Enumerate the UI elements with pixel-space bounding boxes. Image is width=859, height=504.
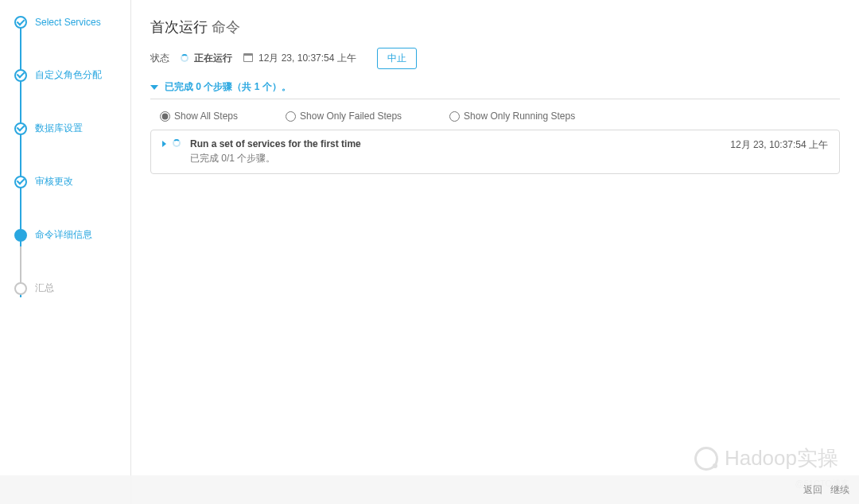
task-timestamp: 12月 23, 10:37:54 上午	[730, 138, 828, 152]
wizard-sidebar: Select Services 自定义角色分配 数据库设置 审核更改 命令详细信…	[0, 0, 131, 504]
filter-label: Show Only Running Steps	[464, 110, 575, 122]
sidebar-item-label: 数据库设置	[35, 122, 83, 135]
filter-running[interactable]: Show Only Running Steps	[449, 110, 575, 122]
pending-step-icon	[14, 282, 27, 295]
step-filter: Show All Steps Show Only Failed Steps Sh…	[150, 107, 840, 130]
task-title: Run a set of services for the first time	[190, 138, 361, 149]
sidebar-item-label: 汇总	[35, 281, 54, 295]
check-icon	[14, 122, 27, 135]
filter-label: Show All Steps	[174, 110, 238, 122]
sidebar-item-review[interactable]: 审核更改	[14, 175, 130, 188]
page-title: 首次运行 命令	[150, 17, 840, 37]
sidebar-item-label: Select Services	[35, 17, 101, 28]
title-subtext: 命令	[212, 19, 240, 35]
task-subtitle: 已完成 0/1 个步骤。	[190, 152, 361, 165]
continue-button[interactable]: 继续	[830, 483, 849, 497]
timestamp: 12月 23, 10:37:54 上午	[243, 52, 356, 65]
section-summary: 已完成 0 个步骤（共 1 个）。	[165, 80, 291, 94]
section-toggle[interactable]: 已完成 0 个步骤（共 1 个）。	[150, 80, 840, 99]
check-icon	[14, 16, 27, 29]
sidebar-item-label: 审核更改	[35, 175, 73, 188]
calendar-icon	[243, 53, 253, 62]
radio-all[interactable]	[160, 111, 170, 122]
abort-button[interactable]: 中止	[377, 48, 417, 69]
radio-failed[interactable]	[286, 111, 296, 122]
filter-failed[interactable]: Show Only Failed Steps	[286, 110, 402, 122]
check-icon	[14, 69, 27, 82]
back-button[interactable]: 返回	[803, 483, 822, 497]
sidebar-item-summary: 汇总	[14, 281, 130, 295]
sidebar-item-label: 命令详细信息	[35, 228, 92, 242]
sidebar-item-select-services[interactable]: Select Services	[14, 16, 130, 29]
timestamp-text: 12月 23, 10:37:54 上午	[258, 52, 356, 64]
title-text: 首次运行	[150, 19, 208, 35]
spinner-icon	[173, 139, 181, 147]
status-running: 正在运行	[181, 52, 232, 65]
radio-running[interactable]	[449, 111, 460, 122]
status-label: 状态	[150, 52, 169, 65]
main-content: 首次运行 命令 状态 正在运行 12月 23, 10:37:54 上午 中止 已…	[131, 0, 859, 504]
check-icon	[14, 176, 27, 188]
sidebar-item-command-details[interactable]: 命令详细信息	[14, 228, 130, 242]
current-step-icon	[14, 229, 27, 242]
task-row[interactable]: Run a set of services for the first time…	[150, 130, 840, 174]
sidebar-item-role-assign[interactable]: 自定义角色分配	[14, 68, 130, 82]
step-connector-pending	[20, 246, 21, 285]
status-text: 正在运行	[194, 52, 232, 64]
chevron-right-icon	[162, 141, 166, 147]
filter-all[interactable]: Show All Steps	[160, 110, 238, 122]
footer-bar: 返回 继续	[0, 475, 859, 504]
sidebar-item-db-setup[interactable]: 数据库设置	[14, 122, 130, 135]
sidebar-item-label: 自定义角色分配	[35, 68, 102, 82]
status-bar: 状态 正在运行 12月 23, 10:37:54 上午 中止	[150, 48, 840, 69]
chevron-down-icon	[150, 85, 158, 90]
filter-label: Show Only Failed Steps	[300, 110, 402, 122]
spinner-icon	[181, 54, 189, 62]
